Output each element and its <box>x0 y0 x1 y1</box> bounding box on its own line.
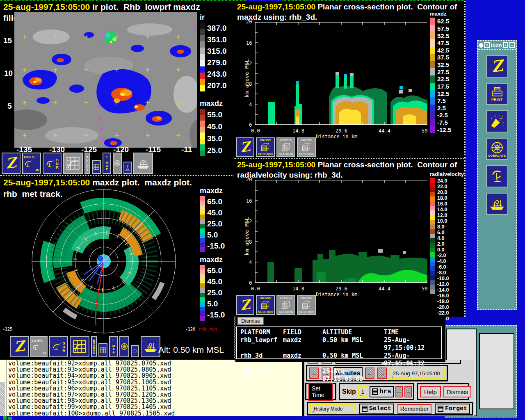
wheel-icon <box>120 342 128 351</box>
sidebar-satellite-button[interactable] <box>486 110 508 132</box>
icon-window-titlebar[interactable]: ≡ icon • ⌐ <box>478 41 516 50</box>
bounds-button[interactable]: BOUNDS <box>91 336 97 357</box>
colorbar-segment <box>200 224 205 228</box>
status-cell-platform: rhb_3d <box>240 352 283 368</box>
radar-dish-icon <box>46 158 55 169</box>
help-button[interactable]: Help <box>420 386 441 397</box>
sidebar-ship-button[interactable] <box>486 193 508 215</box>
window-menu-icon[interactable] <box>479 43 483 48</box>
status-cell-platform: rhb_met <box>240 368 283 383</box>
window-maximize-icon[interactable]: ⌐ <box>509 42 515 48</box>
history-mode-field[interactable]: History Mode^ <box>310 404 356 414</box>
ir-toolbar: GOES .IR SUR BOUNDS MAP <box>2 153 153 174</box>
colorbar-label: -14.0 <box>437 287 449 293</box>
forget-button[interactable]: Forget <box>435 404 470 414</box>
colorbar-segment <box>430 187 435 192</box>
xs2-x-tick: 14.8 <box>292 286 304 292</box>
ship-button[interactable] <box>133 153 153 174</box>
colorbar-strip <box>200 23 205 91</box>
colorbar-segment <box>200 274 205 279</box>
map-button[interactable]: MAP <box>109 336 118 357</box>
set-time-button[interactable]: Set Time <box>308 383 333 401</box>
colorbar-label: 35.0 <box>207 132 222 144</box>
xs1-y-tick: 0 <box>249 122 252 128</box>
ir-plot-timestamp: 25-aug-1997,15:05:00 <box>3 2 90 11</box>
colorbar-segment <box>200 121 205 127</box>
colorbar-label: 45.0 <box>207 121 222 132</box>
overlays-wheel-icon <box>490 141 504 155</box>
grid-button[interactable] <box>98 343 107 357</box>
skip-units-button[interactable]: hrs <box>370 386 394 397</box>
zebra-logo-button[interactable] <box>2 153 21 174</box>
skip-field[interactable]: 1^ <box>358 386 368 397</box>
skip-label: Skip <box>342 388 356 395</box>
colorbar-segment <box>200 205 205 210</box>
colorbar-title: radialvelocity <box>430 171 464 177</box>
cross-section-button-active[interactable]: CROSS SECTION <box>256 137 275 157</box>
radar-antenna-icon <box>490 168 504 185</box>
radar-grid-button[interactable] <box>70 336 89 357</box>
colorbar-segment <box>430 290 435 294</box>
xs2-y-tick: 4 <box>249 260 252 265</box>
colorbar-segment <box>430 68 435 75</box>
bounds-button[interactable]: BOUNDS <box>84 153 90 174</box>
terminal-scrollbar-thumb[interactable] <box>0 382 5 416</box>
overlays-wheel-button[interactable] <box>119 336 129 357</box>
colorbar-strip <box>200 109 205 156</box>
colorbar-segment <box>430 271 435 275</box>
surveillance-button[interactable]: SUR <box>49 336 68 357</box>
buoy-button[interactable] <box>123 162 132 174</box>
ir-y-tick: 10 <box>4 69 13 78</box>
ppi-corner-tick: -125 <box>2 327 12 331</box>
sidebar-print-button[interactable]: PRINT <box>486 83 508 105</box>
colorbar-label: 387.0 <box>207 23 227 34</box>
colorbar-segment <box>200 73 205 79</box>
remember-button[interactable]: Remember <box>397 404 431 414</box>
colorbar-label: 7.5 <box>437 97 451 105</box>
zebra-logo-button[interactable] <box>10 336 29 357</box>
skip-back-button[interactable]: ← <box>395 386 403 397</box>
circle-button[interactable] <box>131 345 139 357</box>
sidebar-overlays-button[interactable]: OVERLAYS <box>486 138 508 160</box>
colorbar-segment <box>430 32 435 39</box>
grid-button[interactable] <box>92 160 101 174</box>
status-dismiss-button[interactable]: Dismiss <box>237 317 264 325</box>
colorbar-segment <box>430 280 435 285</box>
colorbar-segment <box>430 75 435 83</box>
window-list-icon[interactable]: ≡ <box>484 42 490 48</box>
xs2-y-tick: 12 <box>246 219 252 224</box>
sidebar-zebra-logo-button[interactable] <box>486 55 508 78</box>
satellite-dish-icon <box>24 159 33 168</box>
select-button[interactable]: Select <box>359 404 394 414</box>
colorbar-labels: 55.045.035.025.0 <box>207 109 222 156</box>
status-table-row: rhb_met 25-Aug-97,15:05:00 <box>240 368 438 383</box>
goes-ir-button[interactable]: GOES .IR <box>22 153 41 174</box>
cross-section-button[interactable]: CROSS SECTION <box>297 137 316 157</box>
surveillance-button[interactable]: SUR <box>43 153 62 174</box>
radar-grid-button[interactable] <box>63 153 83 174</box>
dismiss-button[interactable]: Dismiss <box>443 386 472 397</box>
zebra-logo-button[interactable] <box>236 137 254 157</box>
sidebar-radar-button[interactable] <box>486 165 508 187</box>
ship-button[interactable] <box>141 336 160 357</box>
goes-ir-button[interactable]: GOES .IR <box>30 336 48 357</box>
terminal-scrollbar[interactable] <box>0 360 7 416</box>
colorbar-segment <box>200 109 205 115</box>
cube-icon <box>301 142 312 153</box>
ppi-corner-tick: -120 <box>185 327 195 331</box>
cross-section-button[interactable]: CROSS SECTION <box>276 295 295 315</box>
colorbar-segment <box>200 139 205 145</box>
cross-section-button-active[interactable]: CROSS SECTION <box>256 295 275 315</box>
zebra-logo-button[interactable] <box>236 295 254 315</box>
skip-forward-button[interactable]: → <box>404 386 412 397</box>
ir-x-tick: -11 <box>181 145 192 154</box>
status-cell-altitude: 0.50 km MSL <box>322 352 384 368</box>
window-iconify-icon[interactable]: • <box>503 42 509 48</box>
cross-section-button[interactable]: CROSS SECTION <box>297 295 316 315</box>
status-cell-time <box>384 368 438 383</box>
overlays-wheel-button[interactable] <box>113 153 122 174</box>
colorbar-segment <box>200 48 205 54</box>
cross-section-button[interactable]: CROSS SECTION <box>276 137 295 157</box>
map-button[interactable]: MAP <box>103 153 111 174</box>
colorbar-segment <box>430 234 435 238</box>
